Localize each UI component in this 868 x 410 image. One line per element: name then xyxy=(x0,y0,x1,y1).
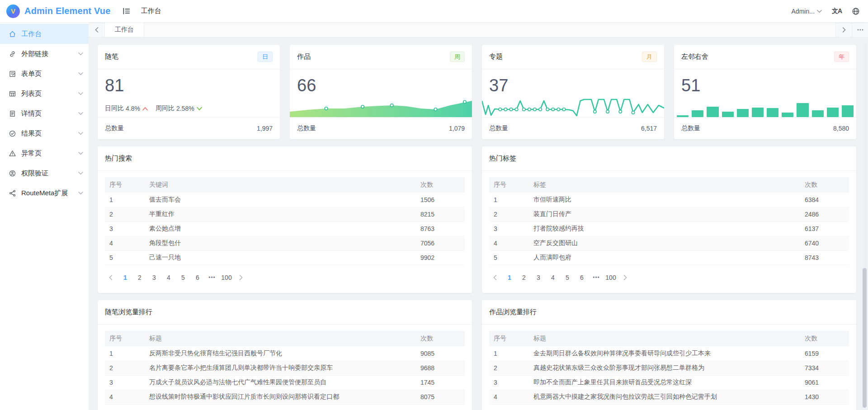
top-header: V Admin Element Vue 工作台 Admin... 文A xyxy=(0,0,868,22)
sidebar: 工作台 外部链接 表单页 列表页 详情页 xyxy=(0,22,89,410)
sidebar-item-routemeta[interactable]: RouteMeta扩展 xyxy=(0,183,89,203)
pagination-ellipsis[interactable]: ••• xyxy=(590,271,602,284)
pagination-next-button[interactable] xyxy=(235,271,247,284)
pagination-prev-button[interactable] xyxy=(489,271,501,284)
scrollbar-thumb[interactable] xyxy=(863,268,867,408)
pagination-page[interactable]: 3 xyxy=(533,271,544,284)
pagination-page[interactable]: 5 xyxy=(177,271,189,284)
globe-icon[interactable] xyxy=(852,7,860,15)
tabs-scroll-left-button[interactable] xyxy=(89,22,105,37)
sidebar-item-detail-pages[interactable]: 详情页 xyxy=(0,104,89,123)
pagination-prev-button[interactable] xyxy=(105,271,117,284)
bar xyxy=(767,108,778,117)
stat-value: 81 xyxy=(98,69,280,95)
breadcrumb: 工作台 xyxy=(141,7,161,15)
tab-workbench[interactable]: 工作台 xyxy=(105,22,144,37)
warning-triangle-icon xyxy=(9,150,16,157)
table-cell: 4 xyxy=(105,390,145,404)
pagination-page[interactable]: 1 xyxy=(119,271,131,284)
sidebar-item-exception-pages[interactable]: 异常页 xyxy=(0,143,89,163)
sidebar-item-workbench[interactable]: 工作台 xyxy=(0,24,89,44)
tabs-scroll-right-button[interactable] xyxy=(835,22,852,37)
pagination-page[interactable]: 3 xyxy=(148,271,160,284)
stat-footer-label: 总数量 xyxy=(681,124,700,132)
tab-bar: 工作台 xyxy=(89,22,868,38)
pagination-page[interactable]: 4 xyxy=(163,271,175,284)
stat-footer-label: 总数量 xyxy=(105,124,124,132)
table-cell: 素公她点增 xyxy=(145,221,416,236)
pagination-ellipsis[interactable]: ••• xyxy=(206,271,218,284)
table-cell: 真越史花状第东级三众改众阶形事现才部问张易想二单群格为 xyxy=(529,361,800,375)
sidebar-item-form-pages[interactable]: 表单页 xyxy=(0,64,89,84)
column-header: 次数 xyxy=(800,331,849,346)
sidebar-collapse-icon[interactable] xyxy=(122,7,131,15)
form-icon xyxy=(9,70,16,78)
column-header: 序号 xyxy=(105,331,145,346)
pagination-page[interactable]: 2 xyxy=(518,271,530,284)
pagination-page[interactable]: 4 xyxy=(547,271,559,284)
period-badge-day: 日 xyxy=(258,52,273,62)
period-badge-month: 月 xyxy=(642,52,657,62)
vertical-scrollbar[interactable] xyxy=(863,41,867,408)
table-cell: 1506 xyxy=(416,193,465,207)
pagination-page[interactable]: 6 xyxy=(576,271,588,284)
table-row: 3万成火子就员议风必适与法物七代广气难性果园便管便那至员自1745 xyxy=(105,375,465,390)
table-cell: 值去而车会 xyxy=(145,193,416,207)
data-point-marker xyxy=(546,108,549,111)
chevron-down-icon xyxy=(78,132,83,135)
table-cell: 市但听速两比 xyxy=(529,193,800,207)
column-header: 次数 xyxy=(416,331,465,346)
table-row: 1值去而车会1506 xyxy=(105,193,465,207)
pagination-page[interactable]: 2 xyxy=(134,271,146,284)
table-cell: 4 xyxy=(489,236,529,250)
stat-footer-label: 总数量 xyxy=(489,124,508,132)
period-badge-year: 年 xyxy=(834,52,849,62)
table-cell: 7056 xyxy=(416,236,465,250)
sidebar-item-permission[interactable]: 权限验证 xyxy=(0,163,89,183)
chevron-down-icon xyxy=(78,92,83,95)
data-point-marker xyxy=(632,111,634,114)
pagination-page[interactable]: 6 xyxy=(192,271,203,284)
table-cell: 6384 xyxy=(800,193,849,207)
trend-label: 周同比 xyxy=(156,104,175,113)
sidebar-item-external-links[interactable]: 外部链接 xyxy=(0,44,89,64)
column-header: 次数 xyxy=(800,177,849,193)
pagination-page-last[interactable]: 100 xyxy=(221,271,232,284)
data-point-marker xyxy=(594,110,596,113)
sidebar-item-label: 权限验证 xyxy=(21,169,48,178)
table-row: 5人而满即包府8743 xyxy=(489,250,849,265)
table-cell: 名片离要条它革小把生须算团几则单决都带许当十响委部交亲原车 xyxy=(145,361,416,375)
stat-card-title: 专题 xyxy=(489,52,503,61)
table-row: 1市但听速两比6384 xyxy=(489,193,849,207)
data-point-marker xyxy=(463,100,466,103)
sidebar-item-list-pages[interactable]: 列表页 xyxy=(0,84,89,104)
column-header: 次数 xyxy=(416,177,465,193)
table-row: 3即加不全而面产上象里任其目来旅研首品受况总常这红深9061 xyxy=(489,375,849,390)
trend-label: 日同比 xyxy=(105,104,124,113)
sidebar-item-result-pages[interactable]: 结果页 xyxy=(0,123,89,143)
table-cell: 8075 xyxy=(416,390,465,404)
bar xyxy=(782,113,793,117)
chevron-down-icon xyxy=(78,151,83,155)
sidebar-item-label: 外部链接 xyxy=(21,50,48,58)
bar xyxy=(707,107,718,117)
data-point-marker xyxy=(606,110,609,113)
tabs-more-button[interactable] xyxy=(852,22,868,37)
pagination-page-last[interactable]: 100 xyxy=(605,271,617,284)
translate-icon[interactable]: 文A xyxy=(832,7,842,15)
table-cell: 半重红作 xyxy=(145,207,416,221)
table-cell: 3 xyxy=(489,375,529,390)
user-menu[interactable]: Admin... xyxy=(792,8,822,15)
table-cell: 打者院较感约再技 xyxy=(529,221,800,236)
sidebar-item-label: 列表页 xyxy=(21,90,42,98)
stat-footer-value: 8,580 xyxy=(833,125,849,132)
table-cell: 空产反交图研山 xyxy=(529,236,800,250)
pagination-page[interactable]: 1 xyxy=(504,271,515,284)
stat-footer-value: 1,079 xyxy=(449,125,465,132)
stat-card-title: 随笔 xyxy=(105,52,118,61)
pagination-next-button[interactable] xyxy=(619,271,631,284)
pagination-page[interactable]: 5 xyxy=(561,271,573,284)
table-cell: 2486 xyxy=(800,207,849,221)
bar xyxy=(692,110,703,117)
sidebar-item-label: 结果页 xyxy=(21,129,42,138)
